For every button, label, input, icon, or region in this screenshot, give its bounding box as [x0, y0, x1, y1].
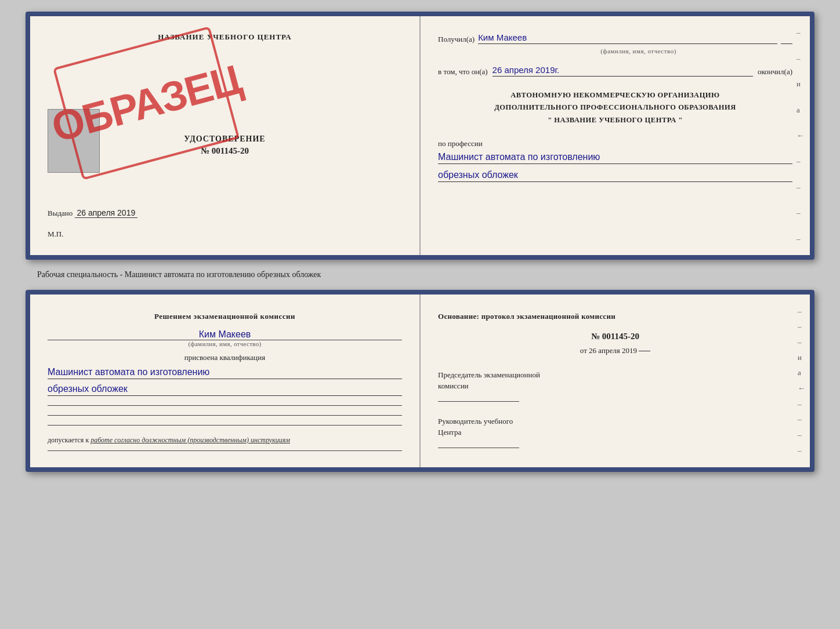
person-name-hw: Ким Макеев [48, 329, 402, 340]
profession-hw2: обрезных обложек [438, 170, 792, 182]
org-line1: АВТОНОМНУЮ НЕКОММЕРЧЕСКУЮ ОРГАНИЗАЦИЮ [438, 89, 792, 101]
chairman-sign-line [438, 401, 519, 402]
line1 [48, 405, 402, 406]
received-row: Получил(а) Ким Макеев [438, 32, 792, 44]
line3 [48, 425, 402, 426]
bottom-doc-right: Основание: протокол экзаменационной коми… [421, 294, 810, 467]
qual-hw2: обрезных обложек [48, 384, 402, 396]
top-doc-right: Получил(а) Ким Макеев (фамилия, имя, отч… [421, 16, 810, 255]
name-sublabel: (фамилия, имя, отчество) [484, 48, 792, 54]
caption-text: Рабочая специальность - Машинист автомат… [37, 270, 321, 279]
chairman-label2: комиссии [438, 380, 792, 392]
date-row: в том, что он(а) 26 апреля 2019г. окончи… [438, 65, 792, 77]
profession-label: по профессии [438, 139, 483, 148]
допускается-block: допускается к работе согласно должностны… [48, 436, 402, 445]
completion-date: 26 апреля 2019г. [493, 65, 753, 77]
issued-date: 26 апреля 2019 [75, 208, 138, 218]
osnov-label: Основание: протокол экзаменационной коми… [438, 311, 792, 322]
protocol-number: № 001145-20 [438, 332, 792, 341]
commission-block: Председатель экзаменационной комиссии [438, 369, 792, 402]
org-line2: ДОПОЛНИТЕЛЬНОГО ПРОФЕССИОНАЛЬНОГО ОБРАЗО… [438, 101, 792, 114]
dash-col: –––иа←–––– [798, 294, 805, 467]
person-sublabel: (фамилия, имя, отчество) [48, 340, 402, 347]
received-label: Получил(а) [438, 35, 475, 44]
protocol-date-prefix: от [580, 346, 587, 355]
cert-number: № 001145-20 [48, 146, 402, 156]
qual-label: присвоена квалификация [48, 353, 402, 362]
допускается-label: допускается к [48, 436, 89, 444]
recipient-name: Ким Макеев [478, 32, 777, 44]
protocol-date: от 26 апреля 2019 [438, 346, 792, 355]
date-intro-label: в том, что он(а) [438, 67, 488, 77]
director-label1: Руководитель учебного [438, 416, 792, 427]
bottom-document: Решением экзаменационной комиссии Ким Ма… [26, 290, 814, 472]
top-document: НАЗВАНИЕ УЧЕБНОГО ЦЕНТРА ОБРАЗЕЦ УДОСТОВ… [26, 12, 814, 260]
completed-label: окончил(а) [758, 67, 792, 77]
director-label2: Центра [438, 427, 792, 438]
profession-block: по профессии Машинист автомата по изгото… [438, 139, 792, 182]
profession-hw1: Машинист автомата по изготовлению [438, 152, 792, 164]
issued-label: Выдано [48, 209, 73, 217]
commission-header: Решением экзаменационной комиссии [48, 311, 402, 322]
right-dashes: ––иа←–––– [796, 16, 804, 255]
cert-type-label: УДОСТОВЕРЕНИЕ [48, 134, 402, 144]
qual-hw1: Машинист автомата по изготовлению [48, 367, 402, 379]
org-block: АВТОНОМНУЮ НЕКОММЕРЧЕСКУЮ ОРГАНИЗАЦИЮ ДО… [438, 89, 792, 126]
school-title-top: НАЗВАНИЕ УЧЕБНОГО ЦЕНТРА [48, 32, 402, 42]
line2 [48, 415, 402, 416]
director-block: Руководитель учебного Центра [438, 416, 792, 448]
issued-block: Выдано 26 апреля 2019 [48, 208, 402, 218]
org-line3: " НАЗВАНИЕ УЧЕБНОГО ЦЕНТРА " [438, 114, 792, 126]
mp-label: М.П. [48, 230, 402, 239]
final-line [48, 450, 402, 451]
chairman-label1: Председатель экзаменационной [438, 369, 792, 381]
top-doc-left: НАЗВАНИЕ УЧЕБНОГО ЦЕНТРА ОБРАЗЕЦ УДОСТОВ… [30, 16, 421, 255]
bottom-doc-left: Решением экзаменационной комиссии Ким Ма… [30, 294, 421, 467]
photo-placeholder [48, 109, 100, 173]
protocol-date-value: 26 апреля 2019 [589, 346, 637, 355]
director-sign-line [438, 448, 519, 448]
допускается-hw: работе согласно должностным (производств… [90, 436, 290, 444]
bottom-lines [48, 405, 402, 426]
